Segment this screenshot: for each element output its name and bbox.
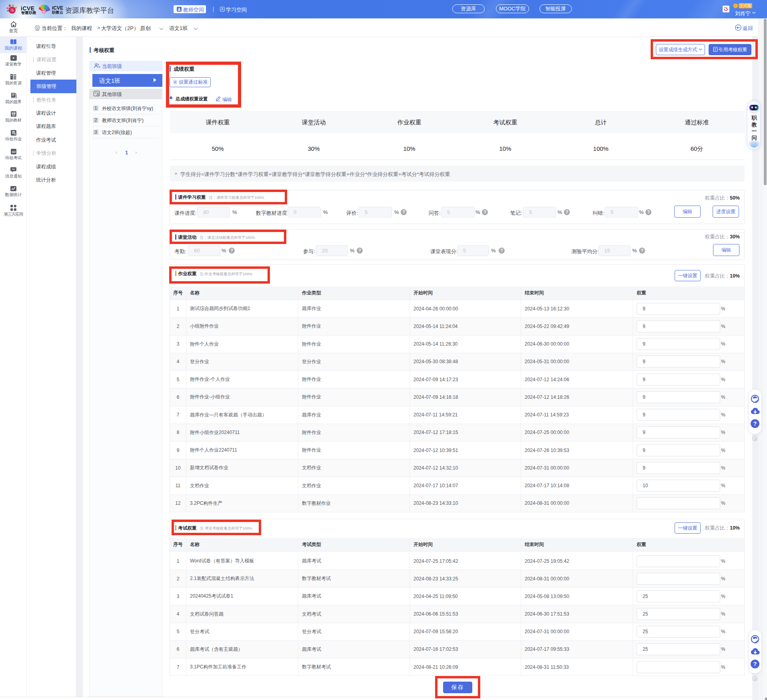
svg-text:?: ? [753, 661, 757, 667]
svg-text:100: 100 [11, 151, 16, 153]
svg-text:?: ? [753, 420, 757, 427]
